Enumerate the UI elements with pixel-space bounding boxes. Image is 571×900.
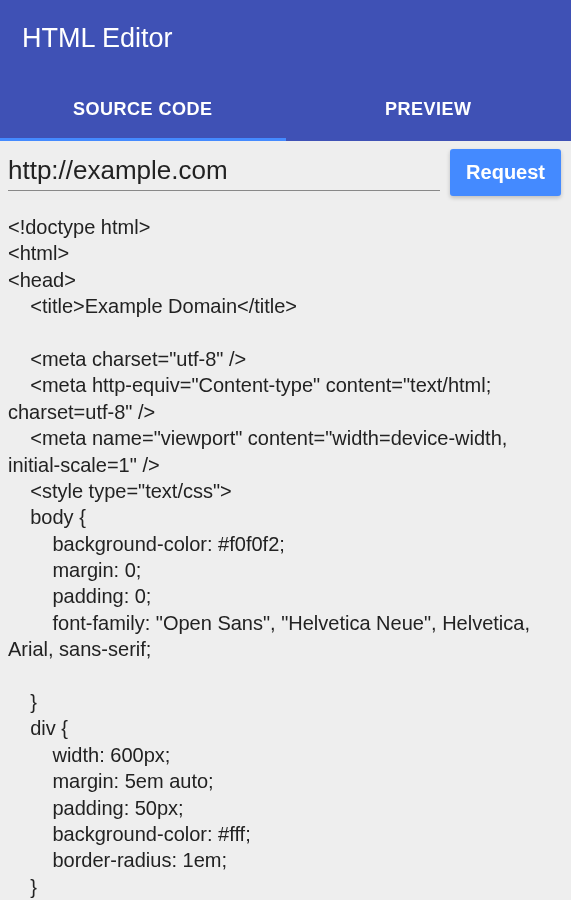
tab-preview[interactable]: PREVIEW: [286, 77, 572, 141]
url-input-wrap: [8, 155, 440, 191]
app-title: HTML Editor: [22, 23, 173, 54]
app-toolbar: HTML Editor: [0, 0, 571, 77]
tab-source-code[interactable]: SOURCE CODE: [0, 77, 286, 141]
source-code-view[interactable]: <!doctype html> <html> <head> <title>Exa…: [0, 200, 571, 900]
request-button[interactable]: Request: [450, 149, 561, 196]
tab-indicator: [0, 138, 286, 141]
url-input[interactable]: [8, 155, 440, 186]
url-bar: Request: [0, 141, 571, 200]
tab-bar: SOURCE CODE PREVIEW: [0, 77, 571, 141]
